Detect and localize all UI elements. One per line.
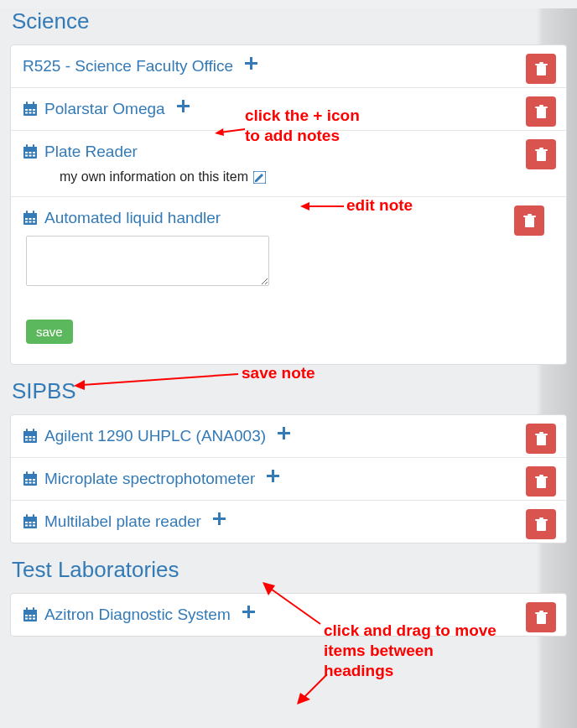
- calendar-icon: [23, 607, 38, 622]
- item-row[interactable]: Automated liquid handler save: [11, 197, 566, 364]
- svg-line-24: [302, 674, 327, 699]
- plus-icon: [278, 427, 290, 439]
- item-link[interactable]: Azitron Diagnostic System: [23, 606, 231, 624]
- section-title-sipbs: SIPBS: [12, 378, 567, 404]
- calendar-icon: [23, 429, 38, 444]
- item-row[interactable]: Agilent 1290 UHPLC (ANA003): [11, 415, 566, 458]
- trash-icon: [534, 517, 548, 532]
- edit-icon: [253, 171, 266, 184]
- page: { "sections": [ { "title": "Science", "i…: [0, 8, 577, 728]
- item-label: Automated liquid handler: [44, 209, 221, 227]
- trash-icon: [534, 432, 548, 446]
- item-label: Plate Reader: [44, 143, 138, 161]
- item-row[interactable]: Azitron Diagnostic System: [11, 594, 566, 636]
- add-note-button[interactable]: [267, 470, 279, 482]
- section-title-science: Science: [12, 8, 567, 34]
- group-science: R525 - Science Faculty Office Polarstar …: [10, 44, 567, 365]
- item-label: Polarstar Omega: [44, 100, 165, 118]
- calendar-icon: [23, 144, 38, 159]
- item-link[interactable]: Polarstar Omega: [23, 100, 165, 118]
- add-note-button[interactable]: [177, 100, 190, 112]
- trash-icon: [534, 105, 548, 119]
- item-link[interactable]: Multilabel plate reader: [23, 512, 201, 531]
- add-note-button[interactable]: [213, 512, 226, 525]
- trash-icon: [534, 475, 548, 489]
- edit-note-button[interactable]: [253, 171, 266, 184]
- calendar-icon: [23, 211, 38, 226]
- item-row[interactable]: Microplate spectrophotometer: [11, 458, 566, 501]
- trash-icon: [534, 62, 548, 76]
- item-row[interactable]: Multilabel plate reader: [11, 501, 566, 543]
- delete-button[interactable]: [514, 205, 544, 236]
- svg-marker-25: [297, 693, 310, 705]
- delete-button[interactable]: [526, 466, 556, 497]
- plus-icon: [245, 57, 257, 70]
- add-note-button[interactable]: [242, 606, 255, 618]
- delete-button[interactable]: [526, 54, 556, 84]
- delete-button[interactable]: [526, 139, 556, 169]
- trash-icon: [534, 611, 548, 625]
- trash-icon: [522, 214, 537, 228]
- group-test-laboratories: Azitron Diagnostic System: [10, 593, 567, 637]
- calendar-icon: [23, 471, 38, 486]
- note-line: my own information on this item: [60, 169, 554, 185]
- plus-icon: [177, 100, 190, 112]
- note-textarea[interactable]: [26, 236, 269, 286]
- item-row[interactable]: Plate Reader my own information on this …: [11, 131, 566, 197]
- item-link[interactable]: Microplate spectrophotometer: [23, 470, 255, 488]
- group-sipbs: Agilent 1290 UHPLC (ANA003) Microplate s…: [10, 414, 567, 543]
- calendar-icon: [23, 101, 38, 117]
- item-row[interactable]: Polarstar Omega: [11, 88, 566, 131]
- item-label: R525 - Science Faculty Office: [23, 57, 233, 75]
- save-button[interactable]: save: [26, 320, 73, 344]
- calendar-icon: [23, 514, 38, 529]
- delete-button[interactable]: [526, 509, 556, 539]
- item-link[interactable]: Plate Reader: [23, 143, 138, 161]
- section-title-test-laboratories: Test Laboratories: [12, 557, 567, 583]
- plus-icon: [213, 512, 226, 525]
- plus-icon: [267, 470, 279, 482]
- item-label: Azitron Diagnostic System: [44, 606, 231, 624]
- item-label: Multilabel plate reader: [44, 512, 201, 531]
- add-note-button[interactable]: [245, 57, 257, 70]
- delete-button[interactable]: [526, 424, 556, 454]
- plus-icon: [242, 606, 255, 618]
- delete-button[interactable]: [526, 602, 556, 632]
- arrow-icon: [294, 671, 335, 709]
- add-note-button[interactable]: [278, 427, 290, 439]
- item-label: Microplate spectrophotometer: [44, 470, 255, 488]
- item-row[interactable]: R525 - Science Faculty Office: [11, 45, 566, 88]
- item-link[interactable]: Agilent 1290 UHPLC (ANA003): [23, 427, 266, 445]
- trash-icon: [534, 148, 548, 162]
- item-link[interactable]: R525 - Science Faculty Office: [23, 57, 233, 75]
- item-label: Agilent 1290 UHPLC (ANA003): [44, 427, 266, 445]
- note-text: my own information on this item: [60, 169, 248, 185]
- item-link[interactable]: Automated liquid handler: [23, 209, 221, 227]
- delete-button[interactable]: [526, 96, 556, 127]
